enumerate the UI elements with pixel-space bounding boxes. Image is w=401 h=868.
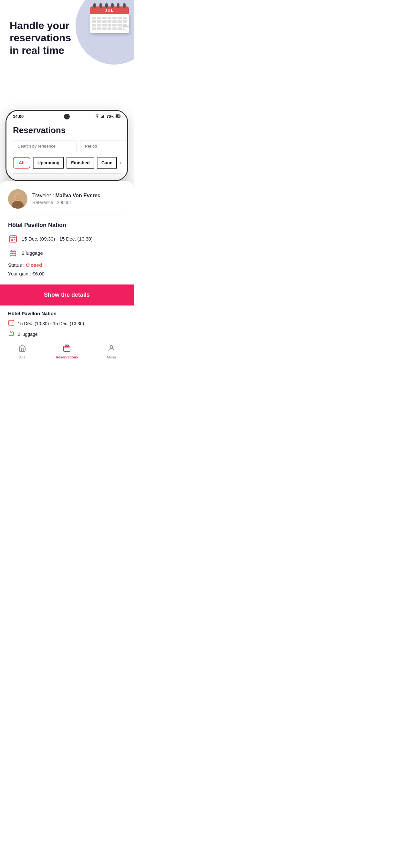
luggage-icon <box>8 248 18 258</box>
ads-icon <box>19 344 26 354</box>
svg-rect-16 <box>12 239 13 240</box>
svg-rect-17 <box>14 239 15 240</box>
app-title: Reservations <box>13 125 121 135</box>
svg-rect-6 <box>120 115 121 117</box>
tab-more-chevron[interactable]: › <box>120 160 121 166</box>
luggage-row: 2 luggage <box>8 248 126 258</box>
luggage-count: 2 luggage <box>22 250 43 256</box>
reference-number: 206001 <box>57 200 72 205</box>
phone-mockup: 14:00 <box>5 110 128 181</box>
nav-item-reservations[interactable]: Reservations <box>54 344 80 359</box>
phone-notch <box>64 114 70 120</box>
bottom-navigation: Ads Reservations Menu <box>0 341 134 366</box>
reservation-card: Traveler : Maëva Von Everec Reference : … <box>0 181 134 306</box>
svg-rect-18 <box>11 240 11 241</box>
divider <box>13 174 121 174</box>
svg-rect-1 <box>102 116 103 118</box>
avatar <box>8 189 27 209</box>
svg-point-36 <box>110 345 113 348</box>
nav-reservations-label: Reservations <box>56 355 78 359</box>
second-calendar-icon <box>8 319 14 328</box>
svg-rect-15 <box>11 239 11 240</box>
hotel-name: Hôtel Pavillon Nation <box>8 222 126 228</box>
app-content: Reservations All Upcoming Finished Canc … <box>6 120 127 180</box>
nav-item-menu[interactable]: Menu <box>98 344 124 359</box>
tab-finished[interactable]: Finished <box>66 157 94 168</box>
svg-rect-34 <box>67 345 68 346</box>
nav-item-ads[interactable]: Ads <box>9 344 35 359</box>
svg-rect-31 <box>10 331 12 332</box>
svg-rect-0 <box>101 117 102 118</box>
svg-rect-5 <box>116 115 119 117</box>
svg-rect-33 <box>65 345 66 346</box>
search-row <box>13 140 121 152</box>
status-time: 14:00 <box>13 114 24 119</box>
svg-rect-2 <box>103 115 104 118</box>
status-label: Status : <box>8 262 26 268</box>
status-bar: 14:00 <box>6 111 127 120</box>
svg-rect-30 <box>9 332 13 336</box>
nav-menu-label: Menu <box>107 355 116 359</box>
second-date-range: 15 Dec. (10:30) - 15 Dec. (13:30) <box>18 321 84 326</box>
gain-label: Your gain : <box>8 271 32 276</box>
battery-percentage: 70% <box>106 114 114 119</box>
menu-icon <box>107 344 115 354</box>
filter-tabs: All Upcoming Finished Canc › <box>13 157 121 168</box>
date-row: 15 Dec. (09:30) - 15 Dec. (10:30) <box>8 234 126 244</box>
tab-all[interactable]: All <box>13 157 30 168</box>
svg-point-24 <box>10 256 11 257</box>
gain-row: Your gain : €6.00 <box>8 271 126 276</box>
svg-rect-21 <box>11 250 14 252</box>
traveler-row: Traveler : Maëva Von Everec Reference : … <box>8 189 126 215</box>
show-details-button[interactable]: Show the details <box>0 284 134 306</box>
period-input[interactable] <box>80 140 128 152</box>
traveler-info: Traveler : Maëva Von Everec Reference : … <box>32 193 100 205</box>
svg-rect-3 <box>104 114 105 118</box>
svg-point-25 <box>14 256 16 257</box>
wifi-icon <box>95 114 99 119</box>
status-value: Closed <box>26 262 42 268</box>
nav-ads-label: Ads <box>19 355 26 359</box>
date-range: 15 Dec. (09:30) - 15 Dec. (10:30) <box>22 236 93 242</box>
second-luggage-icon <box>8 330 14 338</box>
second-date-row: 15 Dec. (10:30) - 15 Dec. (13:30) <box>8 319 126 328</box>
status-row: Status : Closed <box>8 262 126 268</box>
svg-rect-19 <box>12 240 13 241</box>
second-hotel-name: Hôtel Pavillon Nation <box>8 311 126 316</box>
calendar-icon <box>8 234 18 244</box>
reservations-nav-icon <box>63 344 71 354</box>
tab-cancelled[interactable]: Canc <box>97 157 117 168</box>
battery-icon <box>116 114 121 119</box>
hero-title: Handle your reservations in real time <box>10 20 124 57</box>
second-luggage-row: 2 luggage <box>8 330 126 338</box>
second-luggage-count: 2 luggage <box>18 332 38 337</box>
hero-section: JUL Handle your reservations in real tim… <box>0 0 134 103</box>
svg-rect-32 <box>64 346 70 351</box>
traveler-label: Traveler : <box>32 193 55 198</box>
traveler-name: Maëva Von Everec <box>55 193 100 198</box>
signal-icon <box>101 114 105 119</box>
search-input[interactable] <box>13 140 77 152</box>
svg-rect-26 <box>9 320 14 325</box>
calendar-month-label: JUL <box>90 6 129 14</box>
second-reservation-card: Hôtel Pavillon Nation 15 Dec. (10:30) - … <box>0 306 134 338</box>
gain-value: €6.00 <box>32 271 44 276</box>
tab-upcoming[interactable]: Upcoming <box>33 157 64 168</box>
reference-label: Reference : <box>32 200 57 205</box>
